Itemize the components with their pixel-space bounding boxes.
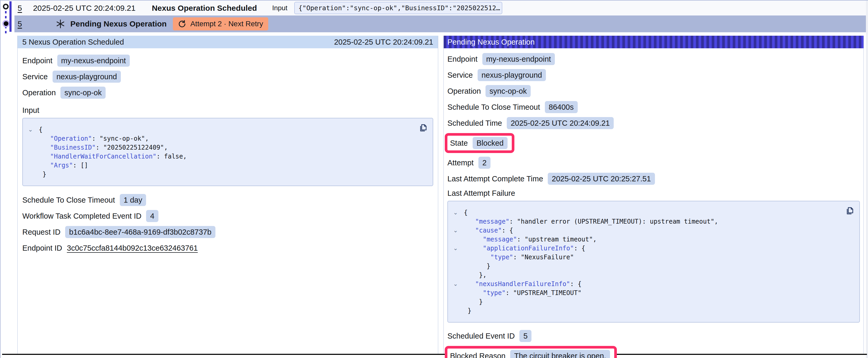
pending-operation-panel-header: Pending Nexus Operation — [444, 36, 864, 48]
field-operation: Operation sync-op-ok — [22, 87, 433, 99]
chevron-down-icon[interactable]: ⌄ — [26, 125, 35, 134]
field-endpoint: Endpoint my-nexus-endpoint — [447, 53, 860, 65]
last-attempt-failure-label: Last Attempt Failure — [447, 189, 860, 198]
field-label: Scheduled Time — [447, 119, 502, 128]
field-last-attempt-complete-time: Last Attempt Complete Time 2025-02-25 UT… — [447, 173, 860, 185]
field-label: Blocked Reason — [450, 352, 505, 358]
field-value-badge: 86400s — [545, 101, 578, 113]
field-state: State Blocked — [450, 137, 507, 149]
pending-title: Pending Nexus Operation — [70, 20, 167, 28]
field-label: Endpoint — [447, 55, 477, 64]
event-id-link[interactable]: 5 — [18, 4, 22, 12]
attempt-retry-badge-label: Attempt 2 · Next Retry — [190, 20, 263, 28]
field-service: Service nexus-playground — [22, 71, 433, 83]
field-value-badge: 2 — [478, 157, 491, 169]
field-value-badge: 5 — [519, 330, 531, 342]
chevron-down-icon — [26, 161, 35, 170]
chevron-down-icon — [451, 262, 460, 270]
chevron-down-icon — [451, 306, 460, 315]
view-bottom-divider — [2, 354, 867, 355]
chevron-down-icon[interactable]: ⌄ — [451, 208, 460, 217]
state-badge: Blocked — [473, 137, 507, 149]
attempt-retry-badge: Attempt 2 · Next Retry — [173, 17, 268, 30]
history-expanded-view: 5 2025-02-25 UTC 20:24:09.21 Nexus Opera… — [0, 0, 868, 358]
retry-icon — [178, 20, 186, 28]
input-json-viewer: ⌄{"Operation": "sync-op-ok","BusinessID"… — [22, 118, 433, 186]
field-label: State — [450, 139, 468, 148]
field-value-badge: 1 day — [120, 194, 146, 206]
field-label: Endpoint ID — [22, 244, 62, 253]
field-label: Workflow Task Completed Event ID — [22, 212, 141, 221]
failure-json-viewer: ⌄{"message": "handler error (UPSTREAM_TI… — [447, 201, 860, 323]
chevron-down-icon[interactable]: ⌄ — [451, 244, 460, 253]
timeline-active-bar — [9, 1, 11, 32]
asterisk-icon — [56, 19, 65, 29]
event-input-preview-chip: {"Operation":"sync-op-ok","BusinessID":"… — [294, 2, 502, 14]
event-detail-panel-header: 5 Nexus Operation Scheduled 2025-02-25 U… — [18, 36, 438, 48]
chevron-down-icon — [451, 288, 460, 297]
chevron-down-icon[interactable]: ⌄ — [451, 226, 460, 235]
event-input-label: Input — [272, 4, 287, 12]
copy-icon[interactable] — [845, 205, 855, 216]
chevron-down-icon — [451, 270, 460, 280]
endpoint-id-link[interactable]: 3c0c75ccfa8144b092c13ce632463761 — [67, 244, 198, 253]
chevron-down-icon[interactable]: ⌄ — [451, 280, 460, 288]
chevron-down-icon — [26, 134, 35, 143]
field-value-badge: 2025-02-25 UTC 20:24:09.21 — [507, 117, 614, 129]
blocked-reason-highlight-box: Blocked Reason The circuit breaker is op… — [445, 346, 617, 358]
scrollbar-gutter[interactable] — [866, 1, 868, 358]
field-service: Service nexus-playground — [447, 69, 860, 81]
field-attempt: Attempt 2 — [447, 157, 860, 169]
field-label: Attempt — [447, 159, 474, 167]
field-label: Endpoint — [22, 57, 53, 65]
field-endpoint: Endpoint my-nexus-endpoint — [22, 55, 433, 67]
event-row-nexus-operation-scheduled[interactable]: 5 2025-02-25 UTC 20:24:09.21 Nexus Opera… — [14, 1, 866, 15]
chevron-down-icon — [451, 253, 460, 262]
field-label: Schedule To Close Timeout — [447, 103, 540, 111]
field-endpoint-id: Endpoint ID 3c0c75ccfa8144b092c13ce63246… — [22, 242, 433, 254]
field-value-badge: sync-op-ok — [486, 85, 531, 97]
field-label: Service — [447, 71, 473, 79]
field-scheduled-event-id: Scheduled Event ID 5 — [447, 330, 860, 342]
pending-operation-panel: Pending Nexus Operation Endpoint my-nexu… — [443, 36, 864, 354]
field-schedule-to-close-timeout: Schedule To Close Timeout 1 day — [22, 194, 433, 206]
event-title: Nexus Operation Scheduled — [152, 4, 257, 12]
field-value-badge: my-nexus-endpoint — [57, 55, 130, 67]
field-label: Service — [22, 72, 48, 81]
field-operation: Operation sync-op-ok — [447, 85, 860, 97]
chevron-down-icon — [26, 170, 35, 179]
state-highlight-box: State Blocked — [445, 133, 515, 153]
pending-operation-panel-title: Pending Nexus Operation — [447, 38, 535, 46]
blocked-reason-badge: The circuit breaker is open. — [510, 350, 610, 358]
field-blocked-reason: Blocked Reason The circuit breaker is op… — [450, 350, 610, 358]
field-label: Last Attempt Complete Time — [447, 174, 543, 183]
event-detail-panel-title: 5 Nexus Operation Scheduled — [22, 38, 124, 46]
copy-icon[interactable] — [418, 122, 429, 133]
field-value-badge: 4 — [146, 210, 158, 222]
field-scheduled-time: Scheduled Time 2025-02-25 UTC 20:24:09.2… — [447, 117, 860, 129]
chevron-down-icon — [26, 152, 35, 161]
field-value-badge: nexus-playground — [53, 71, 121, 83]
input-section-label: Input — [22, 106, 433, 115]
field-value-badge: 2025-02-25 UTC 20:25:27.51 — [548, 173, 655, 185]
chevron-down-icon — [451, 217, 460, 226]
pending-id-link[interactable]: 5 — [18, 20, 22, 28]
field-label: Schedule To Close Timeout — [22, 196, 115, 204]
timeline-filled-dot-icon — [2, 20, 10, 27]
field-label: Operation — [22, 89, 56, 97]
page-left-border — [0, 1, 1, 358]
field-value-badge: my-nexus-endpoint — [482, 53, 555, 65]
event-timestamp: 2025-02-25 UTC 20:24:09.21 — [33, 4, 135, 12]
field-schedule-to-close-timeout: Schedule To Close Timeout 86400s — [447, 101, 860, 113]
chevron-down-icon — [451, 235, 460, 244]
chevron-down-icon — [451, 297, 460, 306]
field-label: Scheduled Event ID — [447, 332, 515, 340]
event-detail-panel-time: 2025-02-25 UTC 20:24:09.21 — [334, 38, 433, 46]
pending-nexus-operation-row[interactable]: 5 Pending Nexus Operation Attempt 2 · Ne… — [14, 15, 866, 32]
field-value-badge: sync-op-ok — [60, 87, 105, 99]
field-request-id: Request ID b1c6a4bc-8ee7-468a-9169-df3b0… — [22, 226, 433, 238]
field-label: Operation — [447, 87, 481, 96]
field-workflow-task-completed-event-id: Workflow Task Completed Event ID 4 — [22, 210, 433, 222]
event-detail-panel: 5 Nexus Operation Scheduled 2025-02-25 U… — [17, 36, 438, 354]
field-value-badge: b1c6a4bc-8ee7-468a-9169-df3b02c8737b — [65, 226, 215, 238]
